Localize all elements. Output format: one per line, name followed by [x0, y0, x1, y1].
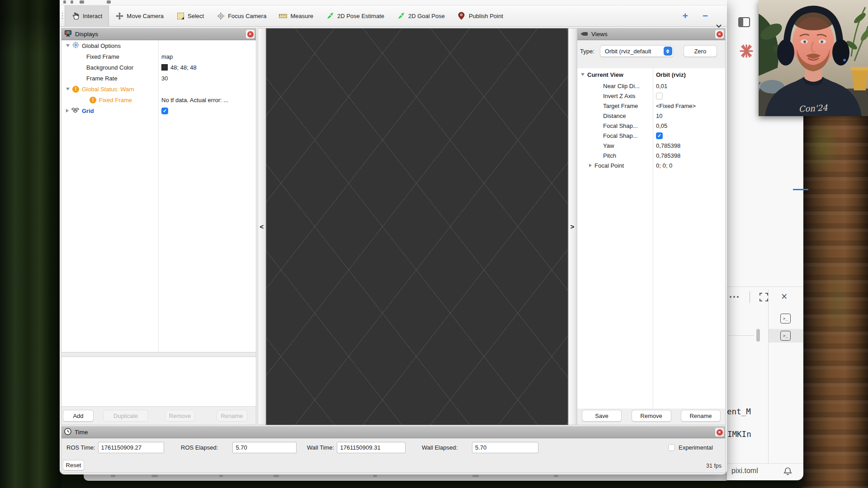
- displays-panel-header[interactable]: Displays ×: [61, 28, 256, 40]
- close-panel-icon[interactable]: ×: [781, 291, 787, 303]
- close-icon[interactable]: ×: [246, 30, 255, 38]
- property-checkbox[interactable]: [656, 93, 663, 99]
- collapse-right-panel-handle[interactable]: >: [568, 28, 576, 425]
- time-panel-header[interactable]: Time ×: [61, 427, 725, 438]
- views-property-row[interactable]: Pitch0,785398: [577, 150, 725, 160]
- sidebar-toggle-icon[interactable]: [738, 17, 750, 29]
- remove-tool-button[interactable]: −: [695, 5, 715, 26]
- experimental-checkbox[interactable]: [668, 444, 675, 451]
- frame-rate-value[interactable]: 30: [158, 75, 168, 82]
- fixed-frame-value[interactable]: map: [158, 53, 173, 60]
- bell-icon[interactable]: [783, 467, 792, 478]
- property-checkbox[interactable]: [656, 132, 663, 139]
- statusbar-filename[interactable]: pixi.toml: [731, 467, 758, 475]
- views-panel-header[interactable]: Views ×: [577, 28, 725, 40]
- add-tool-button[interactable]: +: [675, 5, 695, 26]
- terminal-icon[interactable]: >_: [780, 331, 791, 341]
- property-value[interactable]: 0,785398: [653, 142, 680, 149]
- time-field: ROS Time:: [66, 442, 164, 453]
- asterisk-icon: [740, 44, 753, 60]
- maximize-panel-icon[interactable]: [760, 293, 768, 303]
- remove-view-button[interactable]: Remove: [632, 410, 671, 422]
- rename-view-button[interactable]: Rename: [681, 410, 721, 422]
- scrollbar-thumb[interactable]: [756, 329, 760, 342]
- tool-button-select[interactable]: Select: [170, 5, 210, 26]
- zero-button[interactable]: Zero: [684, 45, 717, 57]
- tree-row-global-status[interactable]: ! Global Status: Warn: [61, 84, 256, 94]
- selection-box-icon: [176, 12, 184, 20]
- wall-elapsed-input[interactable]: [472, 442, 538, 453]
- tree-row-global-options[interactable]: Global Options: [61, 40, 256, 51]
- tool-label: 2D Pose Estimate: [337, 13, 384, 19]
- property-value[interactable]: 0,05: [653, 122, 667, 129]
- grid-icon: [71, 108, 79, 114]
- toolbar-drag-handle[interactable]: [61, 5, 65, 26]
- panel-divider: [727, 286, 803, 287]
- tool-label: Publish Point: [469, 13, 503, 19]
- tree-row-fixed-frame-status[interactable]: ! Fixed Frame No tf data. Actual error: …: [61, 94, 256, 105]
- time-field-label: ROS Elapsed:: [181, 444, 218, 451]
- status-message: No tf data. Actual error: ...: [158, 97, 228, 103]
- save-view-button[interactable]: Save: [582, 410, 622, 422]
- tree-row-frame-rate[interactable]: Frame Rate 30: [61, 73, 256, 84]
- close-icon[interactable]: ×: [715, 30, 724, 38]
- property-value[interactable]: 0,785398: [653, 152, 680, 159]
- property-value[interactable]: 10: [653, 113, 662, 119]
- editor-text-line: IMKIn: [727, 430, 751, 439]
- close-icon[interactable]: ×: [715, 428, 724, 436]
- grid-enabled-checkbox[interactable]: [161, 108, 168, 114]
- chevron-down-icon[interactable]: [66, 88, 70, 90]
- view-type-row: Type: Orbit (rviz_default Zero: [577, 42, 725, 60]
- property-label: Pitch: [603, 152, 616, 159]
- views-property-row[interactable]: Focal Shap...0,05: [577, 121, 725, 131]
- webcam-video: Con'24: [759, 0, 868, 116]
- views-property-row[interactable]: Target Frame<Fixed Frame>: [577, 101, 725, 111]
- background-color-value[interactable]: 48; 48; 48: [158, 64, 197, 71]
- chevron-down-icon[interactable]: [66, 44, 70, 47]
- chevron-right-icon[interactable]: [589, 164, 592, 167]
- tool-button-2d-goal-pose[interactable]: 2D Goal Pose: [391, 5, 451, 26]
- tool-button-2d-pose-estimate[interactable]: 2D Pose Estimate: [320, 5, 391, 26]
- chevron-down-icon[interactable]: [716, 22, 722, 25]
- rule-line: [729, 335, 754, 336]
- clock-icon: [64, 428, 71, 437]
- tree-row-current-view[interactable]: Current View Orbit (rviz): [577, 68, 725, 81]
- views-property-row[interactable]: Focal Point0; 0; 0: [577, 160, 725, 170]
- property-value[interactable]: <Fixed Frame>: [653, 103, 696, 109]
- ros-elapsed-input[interactable]: [232, 442, 297, 453]
- tool-button-move-camera[interactable]: Move Camera: [109, 5, 170, 26]
- time-panel: Time × ROS Time:ROS Elapsed:Wall Time:Wa…: [61, 426, 726, 473]
- fps-counter: 31 fps: [706, 463, 722, 469]
- panel-splitter[interactable]: [61, 352, 256, 357]
- ros-time-input[interactable]: [98, 442, 164, 453]
- rviz-window: InteractMove CameraSelectFocus CameraMea…: [60, 0, 727, 474]
- description-area: [61, 357, 256, 407]
- views-property-row[interactable]: Near Clip Di...0,01: [577, 81, 725, 91]
- collapse-left-panel-handle[interactable]: <: [258, 28, 266, 425]
- property-value[interactable]: 0,01: [653, 83, 667, 89]
- property-value[interactable]: 0; 0; 0: [653, 162, 672, 169]
- tree-row-background-color[interactable]: Background Color 48; 48; 48: [61, 62, 256, 73]
- tool-button-measure[interactable]: Measure: [273, 5, 320, 26]
- property-label: Focal Point: [594, 162, 624, 169]
- tool-button-interact[interactable]: Interact: [65, 5, 109, 26]
- property-label: Focal Shap...: [603, 122, 638, 129]
- more-actions-icon[interactable]: [730, 296, 739, 298]
- views-property-row[interactable]: Invert Z Axis: [577, 91, 725, 101]
- terminal-icon[interactable]: >_: [780, 314, 791, 324]
- tree-row-grid[interactable]: Grid: [61, 105, 256, 116]
- reset-button[interactable]: Reset: [63, 460, 84, 470]
- 3d-viewport[interactable]: [266, 28, 568, 425]
- add-display-button[interactable]: Add: [63, 410, 94, 422]
- tool-button-publish-point[interactable]: Publish Point: [451, 5, 509, 26]
- tool-label: Move Camera: [127, 13, 164, 19]
- views-property-row[interactable]: Distance10: [577, 111, 725, 121]
- wall-time-input[interactable]: [337, 442, 406, 453]
- chevron-down-icon[interactable]: [581, 73, 585, 76]
- view-type-select[interactable]: Orbit (rviz_default: [600, 45, 674, 57]
- chevron-right-icon[interactable]: [66, 109, 69, 113]
- views-property-row[interactable]: Yaw0,785398: [577, 141, 725, 150]
- views-property-row[interactable]: Focal Shap...: [577, 131, 725, 141]
- tree-row-fixed-frame[interactable]: Fixed Frame map: [61, 51, 256, 62]
- tool-button-focus-camera[interactable]: Focus Camera: [210, 5, 273, 26]
